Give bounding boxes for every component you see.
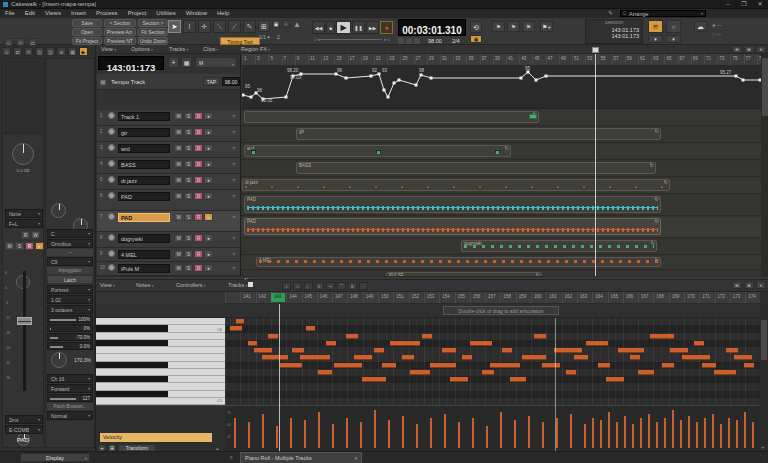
velocity-bar[interactable]: [332, 424, 334, 448]
track-expand-icon[interactable]: ≑: [232, 193, 236, 199]
trackview-menu-clips[interactable]: Clips: [203, 46, 218, 52]
track-s-button[interactable]: S: [184, 144, 193, 152]
arp-slider-100[interactable]: 100%: [47, 315, 93, 323]
arp-slider-0[interactable]: 0%: [47, 324, 93, 332]
track-arm-button[interactable]: R: [194, 234, 203, 242]
velocity-bar[interactable]: [656, 422, 658, 448]
track-m-button[interactable]: M: [174, 144, 183, 152]
tempo-value[interactable]: 98.00: [428, 39, 442, 45]
track-echo-button[interactable]: ●: [204, 160, 213, 168]
menu-utilities[interactable]: Utilities: [151, 9, 180, 18]
record-button[interactable]: ●: [380, 21, 393, 34]
midi-note[interactable]: [374, 348, 384, 353]
clip-fx-icon[interactable]: ↻: [664, 179, 668, 185]
track-row-gtr[interactable]: 2gtrMSR●≑: [97, 126, 240, 142]
menu-project[interactable]: Project: [123, 9, 152, 18]
prv-close-icon[interactable]: ✕: [756, 281, 766, 289]
velocity-bar[interactable]: [728, 418, 730, 448]
prv-menu-controllers[interactable]: Controllers: [176, 282, 206, 288]
midi-note[interactable]: [292, 348, 304, 353]
midi-note[interactable]: [734, 355, 752, 360]
inspector-tab-icon-3[interactable]: ⓐ: [35, 47, 44, 56]
midi-note[interactable]: [230, 326, 242, 331]
arp-slider-70-0[interactable]: -70.0%: [47, 333, 93, 341]
prv-tool-icon-0[interactable]: ♪: [282, 282, 291, 290]
timeline-ruler[interactable]: 1357911131517192123252729313335373941434…: [242, 54, 761, 66]
midi-note[interactable]: [726, 348, 738, 353]
midi-note[interactable]: [254, 348, 272, 353]
menu-process[interactable]: Process: [91, 9, 123, 18]
track-name[interactable]: Track 1: [118, 112, 170, 121]
velocity-bar[interactable]: [360, 422, 362, 448]
scrollbar-thumb[interactable]: [762, 58, 768, 116]
inspector-tab-icon-5[interactable]: ≋: [57, 47, 66, 56]
menu-edit[interactable]: Edit: [20, 9, 40, 18]
track-expand-icon[interactable]: ≑: [232, 161, 236, 167]
m-button[interactable]: M: [5, 242, 14, 250]
tap-tempo-button[interactable]: TAP: [203, 77, 220, 86]
velocity-bar[interactable]: [262, 414, 264, 448]
track-s-button[interactable]: S: [184, 264, 193, 272]
prv-dock-icon[interactable]: ⊟: [732, 281, 742, 289]
track-m-button[interactable]: M: [174, 160, 183, 168]
clip-fx-icon[interactable]: ↻: [655, 128, 659, 134]
clip-wrd[interactable]: wrd↻: [244, 145, 511, 157]
piano-key-black[interactable]: [96, 376, 225, 383]
track-row-dr-jazz[interactable]: 5dr.jazzMSR●≑: [97, 174, 240, 190]
clip-track-1[interactable]: ↻: [244, 111, 539, 123]
velocity-bar[interactable]: [624, 416, 626, 448]
midi-note[interactable]: [326, 341, 336, 346]
track-echo-button[interactable]: ●: [204, 234, 213, 242]
add-marker-button[interactable]: ⚑+: [540, 21, 553, 32]
clip-fx-icon[interactable]: ↻: [655, 218, 659, 224]
velocity-bar[interactable]: [632, 424, 634, 448]
volume-fader-thumb[interactable]: [17, 317, 32, 325]
midi-note[interactable]: [410, 370, 430, 375]
track-echo-button[interactable]: ●: [204, 264, 213, 272]
track-row-wrd[interactable]: 3wrdMSR●≑: [97, 142, 240, 158]
velocity-bar[interactable]: [584, 424, 586, 448]
midi-note[interactable]: [262, 355, 288, 360]
automation-r-button[interactable]: R: [21, 231, 30, 239]
velocity-bar[interactable]: [570, 414, 572, 448]
velocity-lane-label[interactable]: Velocity: [100, 433, 212, 442]
track-expand-icon[interactable]: ≑: [232, 265, 236, 271]
track-s-button[interactable]: S: [184, 112, 193, 120]
velocity-bar[interactable]: [640, 418, 642, 448]
input-select-none[interactable]: None: [5, 209, 43, 218]
midi-note[interactable]: [318, 370, 332, 375]
track-s-button[interactable]: S: [184, 213, 193, 221]
inspector-tab-icon-7[interactable]: ▶: [79, 47, 88, 56]
track-expand-icon[interactable]: ≑: [232, 214, 236, 220]
menu-file[interactable]: File: [0, 9, 20, 18]
velocity-bar[interactable]: [388, 420, 390, 448]
midi-note[interactable]: [662, 363, 674, 368]
black-key[interactable]: [96, 325, 168, 331]
piano-key-white[interactable]: [96, 398, 225, 405]
prv-tool-icon-5[interactable]: ⌒: [337, 282, 346, 290]
track-m-button[interactable]: M: [174, 176, 183, 184]
trackview-menu-options[interactable]: Options: [131, 46, 153, 52]
midi-note[interactable]: [682, 355, 710, 360]
midi-note[interactable]: [490, 363, 520, 368]
track-echo-button[interactable]: ●: [204, 144, 213, 152]
track-s-button[interactable]: S: [184, 160, 193, 168]
tab-list-icon[interactable]: ≡: [230, 455, 233, 460]
meter-value[interactable]: 2/4: [452, 39, 460, 45]
clip-fx-icon[interactable]: ↻: [650, 162, 654, 168]
black-key[interactable]: [96, 362, 168, 368]
velocity-bar[interactable]: [744, 412, 746, 448]
track-m-button[interactable]: M: [174, 112, 183, 120]
prv-tool-icon-1[interactable]: ♪: [293, 282, 302, 290]
midi-select-portmnt[interactable]: Portmnt: [47, 285, 93, 294]
workspace-select[interactable]: C Arrange ▾: [620, 10, 706, 17]
track-name[interactable]: wrd: [118, 144, 170, 153]
black-key[interactable]: [96, 391, 168, 397]
line-tool[interactable]: ⟋: [228, 20, 241, 33]
tempo-track-row[interactable]: ▦ Tempo Track TAP 98.00: [97, 74, 240, 90]
velocity-bar[interactable]: [592, 418, 594, 448]
track-filter-select[interactable]: M ▾: [195, 57, 237, 68]
piano-key-white[interactable]: [96, 318, 225, 325]
split-tool[interactable]: ⟍: [213, 20, 226, 33]
track-m-button[interactable]: M: [174, 234, 183, 242]
